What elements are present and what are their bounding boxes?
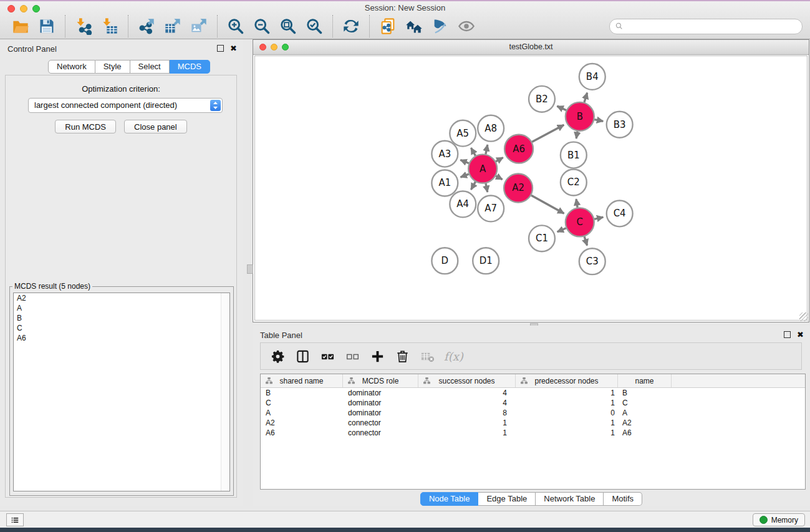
status-bar: Memory	[0, 511, 810, 528]
memory-button[interactable]: Memory	[753, 513, 805, 526]
window-resize-grip[interactable]	[799, 312, 808, 321]
toolbar-separator	[332, 15, 333, 37]
mcds-action-buttons: Run MCDS Close panel	[6, 120, 236, 133]
tab-select[interactable]: Select	[130, 60, 170, 74]
graph-node-B3[interactable]: B3	[607, 112, 633, 138]
table-row[interactable]: Bdominator41B	[261, 388, 805, 398]
save-session-button[interactable]	[35, 15, 59, 37]
table-row[interactable]: Adominator80A	[261, 408, 805, 418]
selected-criterion: largest connected component (directed)	[34, 100, 177, 110]
graph-node-C2[interactable]: C2	[561, 170, 587, 196]
column-header-successor-nodes[interactable]: successor nodes	[418, 374, 516, 387]
table-row[interactable]: A6connector11A6	[261, 428, 805, 438]
graph-node-C[interactable]: C	[566, 208, 594, 236]
hide-graphics-details-button[interactable]	[428, 15, 452, 37]
mcds-result-item[interactable]: A6	[14, 333, 229, 343]
graph-node-C4[interactable]: C4	[607, 200, 633, 226]
graph-node-A6[interactable]: A6	[504, 135, 533, 163]
refresh-icon	[342, 17, 360, 35]
close-panel-icon[interactable]: ✖	[230, 46, 237, 52]
graph-node-B1[interactable]: B1	[561, 142, 587, 168]
table-row[interactable]: Cdominator41C	[261, 398, 805, 408]
hierarchy-icon	[347, 377, 355, 385]
graph-node-D1[interactable]: D1	[473, 248, 499, 274]
mcds-tab-panel: Optimization criterion: largest connecte…	[5, 75, 237, 498]
delete-column-button[interactable]	[394, 348, 410, 364]
zoom-out-button[interactable]	[250, 15, 274, 37]
tab-edge-table[interactable]: Edge Table	[478, 492, 536, 506]
tab-node-table[interactable]: Node Table	[420, 492, 479, 506]
close-panel-button[interactable]: Close panel	[124, 120, 187, 133]
graph-node-B4[interactable]: B4	[579, 64, 605, 90]
graph-node-A4[interactable]: A4	[450, 191, 476, 217]
graph-node-A5[interactable]: A5	[450, 120, 476, 147]
node-table: shared name MCDS role successor nodes pr…	[260, 374, 806, 490]
zoom-fit-button[interactable]	[276, 15, 300, 37]
column-header-shared-name[interactable]: shared name	[261, 374, 343, 387]
graph-node-D[interactable]: D	[432, 248, 458, 274]
graph-node-B[interactable]: B	[566, 102, 594, 131]
graph-node-A3[interactable]: A3	[432, 141, 458, 167]
network-canvas[interactable]: B4B2BB3A5A8A6B1A3AC2A1A2A4A7C4CC1C3DD1	[254, 56, 808, 321]
select-all-columns-button[interactable]	[319, 348, 335, 364]
task-history-button[interactable]	[6, 513, 24, 526]
mcds-result-item[interactable]: A	[14, 303, 229, 313]
float-panel-icon[interactable]	[784, 331, 791, 338]
tab-motifs[interactable]: Motifs	[604, 492, 642, 506]
float-panel-icon[interactable]	[217, 45, 224, 52]
graph-node-B2[interactable]: B2	[529, 86, 555, 112]
show-columns-button[interactable]	[294, 348, 311, 364]
mcds-result-item[interactable]: B	[14, 313, 229, 323]
control-panel: Control Panel ✖ Network Style Select MCD…	[0, 39, 243, 506]
zoom-selected-button[interactable]	[302, 15, 326, 37]
tab-mcds[interactable]: MCDS	[170, 60, 210, 74]
table-row[interactable]: A2connector11A2	[261, 418, 805, 428]
column-header-mcds-role[interactable]: MCDS role	[343, 374, 418, 387]
graph-node-A1[interactable]: A1	[432, 170, 458, 196]
graph-node-A[interactable]: A	[468, 155, 497, 183]
network-window-titlebar[interactable]: testGlobe.txt	[253, 40, 809, 55]
close-panel-icon[interactable]: ✖	[797, 332, 804, 338]
zoom-selected-icon	[306, 17, 323, 35]
memory-label: Memory	[771, 516, 798, 525]
search-box[interactable]	[609, 19, 803, 34]
control-panel-title: Control Panel	[7, 44, 57, 54]
vertical-scroll-handle[interactable]	[247, 264, 253, 274]
zoom-in-icon	[227, 17, 244, 35]
function-builder-button: f(x)	[444, 350, 463, 363]
graph-node-A7[interactable]: A7	[478, 195, 504, 221]
mcds-result-item[interactable]: C	[14, 323, 229, 333]
add-column-button[interactable]	[369, 348, 385, 364]
clear-selection-button[interactable]	[344, 348, 360, 364]
graph-node-A8[interactable]: A8	[478, 115, 504, 142]
table-panel-buttons: ✖	[784, 331, 804, 338]
svg-text:B2: B2	[536, 94, 548, 105]
zoom-in-button[interactable]	[224, 15, 248, 37]
search-input[interactable]	[627, 21, 797, 31]
import-network-button[interactable]	[72, 15, 95, 37]
tab-network[interactable]: Network	[48, 60, 95, 74]
result-list-scrollbar[interactable]	[221, 293, 229, 491]
column-header-name[interactable]: name	[618, 374, 672, 387]
import-table-button[interactable]	[98, 15, 122, 37]
network-snapshot-button[interactable]	[376, 15, 400, 37]
tab-network-table[interactable]: Network Table	[536, 492, 604, 506]
graph-node-C3[interactable]: C3	[579, 248, 605, 274]
export-image-button[interactable]	[187, 15, 211, 37]
column-header-predecessor-nodes[interactable]: predecessor nodes	[516, 374, 618, 387]
export-table-button[interactable]	[161, 15, 185, 37]
home-pair-icon	[405, 17, 423, 35]
open-file-button[interactable]	[9, 15, 32, 37]
refresh-button[interactable]	[339, 15, 363, 37]
birds-eye-view-button[interactable]	[455, 15, 478, 37]
tab-style[interactable]: Style	[95, 60, 130, 74]
home-layout-button[interactable]	[402, 15, 426, 37]
run-mcds-button[interactable]: Run MCDS	[55, 120, 116, 133]
table-options-button[interactable]	[269, 348, 286, 364]
graph-node-C1[interactable]: C1	[529, 225, 555, 251]
mcds-result-item[interactable]: A2	[14, 293, 229, 303]
optimization-criterion-label: Optimization criterion:	[6, 84, 236, 94]
graph-node-A2[interactable]: A2	[504, 174, 533, 203]
export-network-button[interactable]	[135, 15, 158, 37]
optimization-criterion-select[interactable]: largest connected component (directed)	[28, 98, 223, 113]
